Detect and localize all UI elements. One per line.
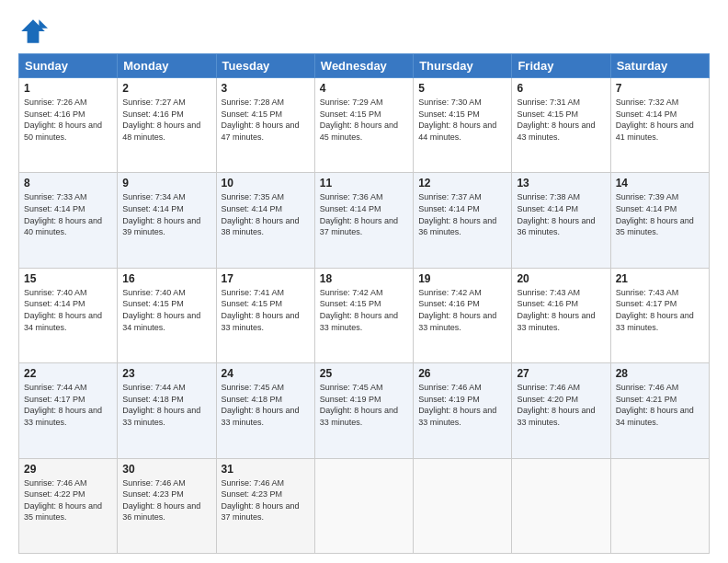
calendar-cell: 7 Sunrise: 7:32 AMSunset: 4:14 PMDayligh… xyxy=(610,78,709,173)
cell-info: Sunrise: 7:46 AMSunset: 4:20 PMDaylight:… xyxy=(517,383,595,427)
calendar-cell xyxy=(414,458,512,553)
day-number: 25 xyxy=(320,367,408,380)
day-number: 6 xyxy=(517,82,605,95)
day-number: 26 xyxy=(418,367,506,380)
day-number: 19 xyxy=(418,272,506,285)
logo xyxy=(18,17,50,46)
cell-info: Sunrise: 7:43 AMSunset: 4:16 PMDaylight:… xyxy=(517,288,595,332)
calendar-cell: 23 Sunrise: 7:44 AMSunset: 4:18 PMDaylig… xyxy=(118,363,216,458)
calendar-table: SundayMondayTuesdayWednesdayThursdayFrid… xyxy=(18,53,710,554)
cell-info: Sunrise: 7:42 AMSunset: 4:16 PMDaylight:… xyxy=(418,288,496,332)
calendar-cell: 24 Sunrise: 7:45 AMSunset: 4:18 PMDaylig… xyxy=(216,363,314,458)
calendar-cell: 15 Sunrise: 7:40 AMSunset: 4:14 PMDaylig… xyxy=(19,268,118,362)
cell-info: Sunrise: 7:45 AMSunset: 4:18 PMDaylight:… xyxy=(222,383,300,427)
cell-info: Sunrise: 7:46 AMSunset: 4:22 PMDaylight:… xyxy=(24,478,102,523)
cell-info: Sunrise: 7:41 AMSunset: 4:15 PMDaylight:… xyxy=(222,288,300,332)
calendar-cell: 25 Sunrise: 7:45 AMSunset: 4:19 PMDaylig… xyxy=(314,363,413,458)
calendar-cell: 16 Sunrise: 7:40 AMSunset: 4:15 PMDaylig… xyxy=(118,268,216,362)
day-number: 2 xyxy=(122,82,210,95)
day-number: 31 xyxy=(222,463,310,476)
day-number: 10 xyxy=(222,177,310,190)
day-number: 5 xyxy=(418,82,506,95)
cell-info: Sunrise: 7:43 AMSunset: 4:17 PMDaylight:… xyxy=(616,288,694,332)
cell-info: Sunrise: 7:27 AMSunset: 4:16 PMDaylight:… xyxy=(122,98,200,142)
calendar-cell: 8 Sunrise: 7:33 AMSunset: 4:14 PMDayligh… xyxy=(19,173,118,268)
logo-icon xyxy=(18,17,48,46)
calendar-cell: 13 Sunrise: 7:38 AMSunset: 4:14 PMDaylig… xyxy=(512,173,610,268)
calendar-cell: 20 Sunrise: 7:43 AMSunset: 4:16 PMDaylig… xyxy=(512,268,610,362)
calendar-cell xyxy=(610,458,709,553)
cell-info: Sunrise: 7:29 AMSunset: 4:15 PMDaylight:… xyxy=(320,98,398,142)
cell-info: Sunrise: 7:32 AMSunset: 4:14 PMDaylight:… xyxy=(616,98,694,142)
calendar-cell: 12 Sunrise: 7:37 AMSunset: 4:14 PMDaylig… xyxy=(414,173,512,268)
calendar-cell xyxy=(314,458,413,553)
calendar-week-5: 29 Sunrise: 7:46 AMSunset: 4:22 PMDaylig… xyxy=(19,458,710,553)
calendar-cell: 26 Sunrise: 7:46 AMSunset: 4:19 PMDaylig… xyxy=(414,363,512,458)
calendar-cell: 31 Sunrise: 7:46 AMSunset: 4:23 PMDaylig… xyxy=(216,458,314,553)
header xyxy=(18,17,710,46)
cell-info: Sunrise: 7:46 AMSunset: 4:23 PMDaylight:… xyxy=(222,478,300,523)
calendar-cell: 9 Sunrise: 7:34 AMSunset: 4:14 PMDayligh… xyxy=(118,173,216,268)
calendar-week-2: 8 Sunrise: 7:33 AMSunset: 4:14 PMDayligh… xyxy=(19,173,710,268)
svg-marker-1 xyxy=(39,19,48,29)
cell-info: Sunrise: 7:46 AMSunset: 4:21 PMDaylight:… xyxy=(616,383,694,427)
cell-info: Sunrise: 7:44 AMSunset: 4:18 PMDaylight:… xyxy=(122,383,200,427)
calendar-cell xyxy=(512,458,610,553)
calendar-cell: 28 Sunrise: 7:46 AMSunset: 4:21 PMDaylig… xyxy=(610,363,709,458)
calendar-cell: 22 Sunrise: 7:44 AMSunset: 4:17 PMDaylig… xyxy=(19,363,118,458)
calendar-cell: 2 Sunrise: 7:27 AMSunset: 4:16 PMDayligh… xyxy=(118,78,216,173)
calendar-week-3: 15 Sunrise: 7:40 AMSunset: 4:14 PMDaylig… xyxy=(19,268,710,362)
cell-info: Sunrise: 7:44 AMSunset: 4:17 PMDaylight:… xyxy=(24,383,102,427)
day-number: 28 xyxy=(616,367,704,380)
calendar-week-4: 22 Sunrise: 7:44 AMSunset: 4:17 PMDaylig… xyxy=(19,363,710,458)
day-number: 7 xyxy=(616,82,704,95)
day-number: 12 xyxy=(418,177,506,190)
cell-info: Sunrise: 7:36 AMSunset: 4:14 PMDaylight:… xyxy=(320,192,398,236)
calendar-cell: 27 Sunrise: 7:46 AMSunset: 4:20 PMDaylig… xyxy=(512,363,610,458)
cell-info: Sunrise: 7:28 AMSunset: 4:15 PMDaylight:… xyxy=(222,98,300,142)
cell-info: Sunrise: 7:40 AMSunset: 4:14 PMDaylight:… xyxy=(24,288,102,332)
calendar-cell: 21 Sunrise: 7:43 AMSunset: 4:17 PMDaylig… xyxy=(610,268,709,362)
calendar-header-tuesday: Tuesday xyxy=(216,54,314,78)
calendar-header-monday: Monday xyxy=(118,54,216,78)
day-number: 29 xyxy=(24,463,112,476)
day-number: 8 xyxy=(24,177,112,190)
calendar-cell: 11 Sunrise: 7:36 AMSunset: 4:14 PMDaylig… xyxy=(314,173,413,268)
day-number: 18 xyxy=(320,272,408,285)
calendar-cell: 17 Sunrise: 7:41 AMSunset: 4:15 PMDaylig… xyxy=(216,268,314,362)
day-number: 23 xyxy=(122,367,210,380)
day-number: 20 xyxy=(517,272,605,285)
day-number: 15 xyxy=(24,272,112,285)
day-number: 16 xyxy=(122,272,210,285)
day-number: 3 xyxy=(222,82,310,95)
cell-info: Sunrise: 7:45 AMSunset: 4:19 PMDaylight:… xyxy=(320,383,398,427)
day-number: 30 xyxy=(122,463,210,476)
cell-info: Sunrise: 7:46 AMSunset: 4:19 PMDaylight:… xyxy=(418,383,496,427)
day-number: 9 xyxy=(122,177,210,190)
calendar-cell: 3 Sunrise: 7:28 AMSunset: 4:15 PMDayligh… xyxy=(216,78,314,173)
cell-info: Sunrise: 7:30 AMSunset: 4:15 PMDaylight:… xyxy=(418,98,496,142)
day-number: 24 xyxy=(222,367,310,380)
calendar-cell: 1 Sunrise: 7:26 AMSunset: 4:16 PMDayligh… xyxy=(19,78,118,173)
calendar-cell: 19 Sunrise: 7:42 AMSunset: 4:16 PMDaylig… xyxy=(414,268,512,362)
day-number: 27 xyxy=(517,367,605,380)
day-number: 14 xyxy=(616,177,704,190)
calendar-cell: 30 Sunrise: 7:46 AMSunset: 4:23 PMDaylig… xyxy=(118,458,216,553)
cell-info: Sunrise: 7:33 AMSunset: 4:14 PMDaylight:… xyxy=(24,192,102,236)
cell-info: Sunrise: 7:39 AMSunset: 4:14 PMDaylight:… xyxy=(616,192,694,236)
day-number: 22 xyxy=(24,367,112,380)
day-number: 1 xyxy=(24,82,112,95)
cell-info: Sunrise: 7:35 AMSunset: 4:14 PMDaylight:… xyxy=(222,192,300,236)
calendar-cell: 10 Sunrise: 7:35 AMSunset: 4:14 PMDaylig… xyxy=(216,173,314,268)
calendar-cell: 5 Sunrise: 7:30 AMSunset: 4:15 PMDayligh… xyxy=(414,78,512,173)
day-number: 4 xyxy=(320,82,408,95)
calendar-header-saturday: Saturday xyxy=(610,54,709,78)
cell-info: Sunrise: 7:34 AMSunset: 4:14 PMDaylight:… xyxy=(122,192,200,236)
day-number: 11 xyxy=(320,177,408,190)
cell-info: Sunrise: 7:40 AMSunset: 4:15 PMDaylight:… xyxy=(122,288,200,332)
calendar-cell: 18 Sunrise: 7:42 AMSunset: 4:15 PMDaylig… xyxy=(314,268,413,362)
cell-info: Sunrise: 7:26 AMSunset: 4:16 PMDaylight:… xyxy=(24,98,102,142)
cell-info: Sunrise: 7:42 AMSunset: 4:15 PMDaylight:… xyxy=(320,288,398,332)
calendar-header-friday: Friday xyxy=(512,54,610,78)
calendar-header-sunday: Sunday xyxy=(19,54,118,78)
